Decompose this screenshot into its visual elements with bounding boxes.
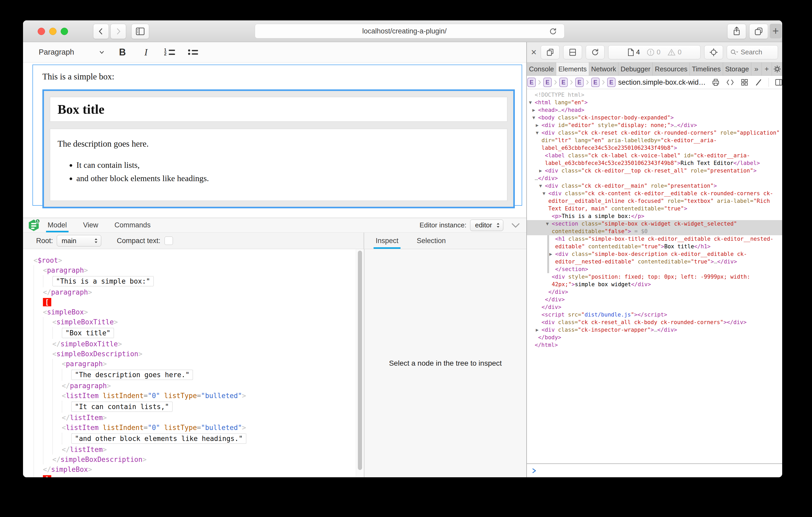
breadcrumb-element-badge[interactable]: E (527, 78, 536, 87)
italic-button[interactable]: I (140, 47, 152, 58)
collapse-inspector-button[interactable] (511, 222, 521, 229)
dom-tree-node[interactable]: <div style="position: fixed; top: 0px; l… (527, 273, 782, 288)
dom-tree-node[interactable]: …</div> (527, 175, 782, 182)
dom-tree-node[interactable]: </section> (527, 266, 782, 273)
split-console-button[interactable] (563, 45, 582, 59)
disclosure-open-icon[interactable]: ▼ (529, 99, 535, 107)
compact-text-checkbox[interactable] (165, 237, 173, 245)
dom-tree-node[interactable]: ▼<div class="ck ck-reset ck-editor ck-ro… (527, 129, 782, 152)
editor-instance-select[interactable]: editor (470, 219, 503, 231)
more-tabs-button[interactable]: » (751, 62, 762, 75)
model-tree-node[interactable]: "This is a simple box:" (33, 275, 356, 287)
dom-tree-node[interactable]: ▼<div class="ck ck-editor__main" role="p… (527, 182, 782, 190)
inspector-side-tab-inspect[interactable]: Inspect (376, 233, 399, 249)
model-tree-node[interactable]: </listItem> (33, 445, 356, 455)
grid-overlay-button[interactable] (740, 78, 749, 87)
dom-tree-node[interactable]: ▼<div class="ck ck-content ck-editor__ed… (527, 190, 782, 213)
dom-tree-node[interactable]: ▶<div class="simple-box-description ck-e… (527, 250, 782, 266)
model-tree-node[interactable]: <paragraph> (33, 359, 356, 369)
dom-tree-node[interactable]: ▶<div id="editor" style="display: none;"… (527, 122, 782, 129)
scrollbar-thumb[interactable] (358, 251, 362, 470)
dom-tree-node[interactable]: ▶<head>…</head> (527, 107, 782, 114)
dom-tree-node[interactable]: <p>This is a simple box:</p> (527, 213, 782, 220)
simple-box-title-field[interactable]: Box title (50, 97, 508, 122)
model-tree-scrollbar[interactable] (356, 249, 364, 477)
disclosure-closed-icon[interactable]: ▶ (536, 326, 542, 334)
breadcrumb-current-node[interactable]: section.simple-box.ck-wid… (618, 79, 706, 87)
model-tree-node[interactable]: <paragraph> (33, 265, 356, 275)
back-button[interactable] (93, 24, 109, 39)
heading-dropdown[interactable]: Paragraph (39, 48, 105, 57)
model-tree-node[interactable]: </simpleBoxDescription> (33, 455, 356, 464)
print-styles-button[interactable] (712, 78, 720, 87)
model-tree-node[interactable]: "and other block elements like headings.… (33, 433, 356, 445)
dom-tree-node[interactable]: <div class="ck ck-reset_all ck-body ck-r… (527, 318, 782, 326)
dom-tree-node[interactable]: </html> (527, 341, 782, 349)
dom-tree-node[interactable]: ▼<html lang="en"> (527, 99, 782, 107)
bulleted-list-button[interactable] (187, 50, 199, 55)
dock-side-button[interactable] (541, 45, 559, 59)
disclosure-closed-icon[interactable]: ▶ (549, 250, 555, 258)
add-tab-button[interactable]: + (762, 62, 772, 75)
address-bar[interactable] (255, 24, 564, 38)
model-tree-node[interactable]: <listItem listIndent="0" listType="bulle… (33, 423, 356, 433)
warning-badge[interactable]: 0 (667, 48, 682, 56)
model-tree-node[interactable]: <simpleBox> (33, 307, 356, 317)
inspector-side-tab-selection[interactable]: Selection (417, 233, 446, 249)
breadcrumb-element-badge[interactable]: E (575, 78, 584, 87)
force-pseudo-classes-button[interactable] (754, 78, 763, 87)
dom-tree-node[interactable]: ▶<div class="ck ck-editor__top ck-reset_… (527, 167, 782, 175)
dom-tree-node[interactable]: ▼<section class="simple-box ck-widget ck… (527, 220, 782, 235)
dom-tree-node[interactable]: <label class="ck ck-label ck-voice-label… (527, 152, 782, 167)
reload-button[interactable] (549, 27, 557, 37)
disclosure-open-icon[interactable]: ▼ (546, 220, 552, 227)
breadcrumb-element-badge[interactable]: E (559, 78, 568, 87)
devtools-tab-elements[interactable]: Elements (556, 62, 589, 75)
console-prompt-row[interactable] (527, 463, 782, 477)
model-tree-node[interactable]: <simpleBoxTitle> (33, 317, 356, 327)
page-count-badge[interactable]: 4 (627, 48, 640, 57)
minimize-window-button[interactable] (49, 28, 57, 35)
share-button[interactable] (727, 24, 746, 39)
numbered-list-button[interactable]: 1 2 (164, 49, 175, 55)
disclosure-open-icon[interactable]: ▼ (543, 190, 548, 197)
sidebar-toggle-button[interactable] (131, 24, 149, 39)
dom-tree-node[interactable]: </div> (527, 288, 782, 296)
breadcrumb-element-badge[interactable]: E (591, 78, 600, 87)
close-devtools-button[interactable]: × (531, 48, 536, 56)
rich-text-editable[interactable]: This is a simple box: Box title The desc… (32, 65, 522, 206)
model-tree-node[interactable]: "It can contain lists," (33, 401, 356, 413)
disclosure-open-icon[interactable]: ▼ (539, 182, 545, 190)
dom-tree-node[interactable]: <script src="dist/bundle.js"></script> (527, 311, 782, 318)
inspector-tab-commands[interactable]: Commands (115, 218, 151, 232)
error-badge[interactable]: 0 (647, 48, 660, 56)
dom-tree-node[interactable]: <!DOCTYPE html> (527, 91, 782, 99)
dom-tree-node[interactable]: </div> (527, 303, 782, 311)
devtools-tab-storage[interactable]: Storage (723, 62, 751, 75)
dom-tree-node[interactable]: </div> (527, 296, 782, 303)
dom-tree-node[interactable]: ▶<div class="ck-inspector-wrapper">…</di… (527, 326, 782, 334)
model-tree-node[interactable]: </simpleBoxTitle> (33, 339, 356, 349)
model-tree-node[interactable]: <simpleBoxDescription> (33, 349, 356, 359)
settings-button[interactable] (772, 62, 782, 75)
search-input[interactable] (740, 48, 770, 57)
zoom-window-button[interactable] (61, 28, 68, 35)
devtools-tab-network[interactable]: Network (589, 62, 618, 75)
dom-tree-node[interactable]: <h1 class="simple-box-title ck-editor__e… (527, 235, 782, 250)
disclosure-open-icon[interactable]: ▼ (532, 114, 538, 122)
inspector-tab-model[interactable]: Model (48, 218, 67, 232)
tab-overview-button[interactable] (749, 24, 768, 39)
model-tree-node[interactable]: "The description goes here." (33, 369, 356, 381)
disclosure-closed-icon[interactable]: ▶ (539, 167, 545, 175)
simple-box-description-field[interactable]: The description goes here. It can contai… (50, 129, 508, 201)
dom-tree-node[interactable]: ▼<body class="ck-inspector-body-expanded… (527, 114, 782, 122)
new-tab-button[interactable]: + (770, 24, 782, 38)
disclosure-closed-icon[interactable]: ▶ (532, 107, 538, 114)
model-tree-node[interactable]: ] (33, 475, 356, 477)
show-source-button[interactable] (726, 79, 734, 86)
disclosure-open-icon[interactable]: ▼ (536, 129, 542, 137)
breadcrumb-element-badge[interactable]: E (543, 78, 552, 87)
root-select[interactable]: main (57, 235, 101, 246)
model-tree-node[interactable]: "Box title" (33, 327, 356, 339)
model-tree-node[interactable]: <$root> (33, 255, 356, 265)
